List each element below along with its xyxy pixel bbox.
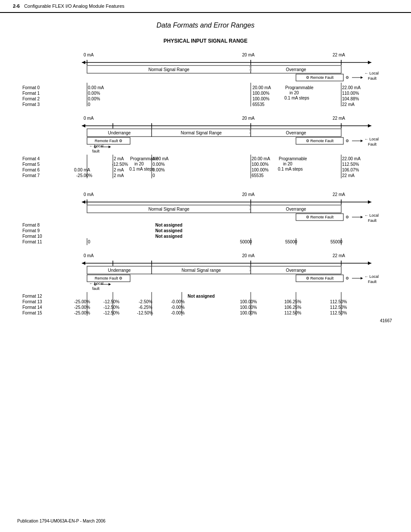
svg-text:100.00%: 100.00% — [240, 299, 257, 304]
svg-text:106.25%: 106.25% — [284, 299, 302, 304]
svg-text:Normal Signal Range: Normal Signal Range — [181, 131, 221, 135]
svg-text:Format 15: Format 15 — [22, 311, 42, 315]
svg-text:Format 1: Format 1 — [22, 91, 40, 96]
svg-text:Normal Signal range: Normal Signal range — [181, 268, 221, 273]
svg-text:Remote Fault ⚙: Remote Fault ⚙ — [95, 276, 123, 280]
svg-text:Format 12: Format 12 — [22, 294, 42, 299]
svg-text:in 20: in 20 — [134, 162, 144, 166]
svg-text:⚙: ⚙ — [346, 215, 349, 219]
svg-text:2 mA: 2 mA — [114, 156, 124, 161]
svg-text:2 mA: 2 mA — [114, 173, 124, 178]
svg-text:-0.00%: -0.00% — [171, 311, 185, 315]
svg-text:22 mA: 22 mA — [342, 102, 355, 107]
svg-text:-25.00%: -25.00% — [74, 305, 90, 310]
svg-text:Format 0: Format 0 — [22, 85, 40, 90]
svg-text:0.00 mA: 0.00 mA — [74, 168, 90, 172]
svg-text:112.50%: 112.50% — [342, 162, 359, 167]
svg-text:← Local: ← Local — [89, 281, 103, 286]
svg-text:0.00%: 0.00% — [153, 168, 165, 172]
svg-text:0.1 mA steps: 0.1 mA steps — [129, 167, 154, 171]
svg-text:0.00%: 0.00% — [88, 91, 100, 96]
svg-text:Format 2: Format 2 — [22, 96, 40, 101]
svg-text:112.50%: 112.50% — [330, 299, 347, 304]
svg-text:Fault: Fault — [368, 280, 377, 284]
diagrams-container: 0 mA 20 mA 22 mA Normal Signal Range Ove… — [18, 50, 393, 330]
svg-text:-25.00%: -25.00% — [74, 299, 90, 304]
svg-text:Format 7: Format 7 — [22, 173, 40, 178]
publication-info: Publication 1794-UM063A-EN-P - March 200… — [17, 519, 106, 523]
svg-text:0: 0 — [88, 240, 90, 244]
svg-text:0 mA: 0 mA — [84, 253, 94, 258]
section-title: PHYSICAL INPUT SIGNAL RANGE — [17, 38, 394, 44]
svg-text:112.50%: 112.50% — [284, 311, 302, 315]
page-footer: Publication 1794-UM063A-EN-P - March 200… — [17, 519, 106, 523]
svg-text:-25.00%: -25.00% — [76, 173, 92, 178]
svg-text:50000: 50000 — [240, 240, 252, 244]
svg-text:Not assigned: Not assigned — [156, 228, 183, 233]
svg-text:Fault: Fault — [368, 76, 377, 81]
svg-text:100.00%: 100.00% — [252, 91, 270, 96]
svg-text:22.00 mA: 22.00 mA — [342, 156, 361, 161]
svg-text:20 mA: 20 mA — [242, 116, 255, 121]
svg-text:⚙ Remote Fault: ⚙ Remote Fault — [306, 139, 334, 143]
svg-text:65535: 65535 — [252, 102, 265, 107]
svg-text:Overrange: Overrange — [286, 67, 306, 72]
svg-text:Format 3: Format 3 — [22, 102, 40, 107]
svg-marker-113 — [368, 200, 371, 204]
svg-text:⚙: ⚙ — [346, 75, 349, 80]
svg-text:in 20: in 20 — [283, 162, 293, 166]
svg-text:0 mA: 0 mA — [84, 53, 94, 57]
svg-text:100.00%: 100.00% — [252, 96, 270, 101]
svg-text:20 mA: 20 mA — [242, 192, 255, 197]
svg-text:55000: 55000 — [330, 240, 342, 244]
diagram-3: 0 mA 20 mA 22 mA Normal Signal Range ⁑ O… — [18, 190, 393, 250]
svg-text:Format 14: Format 14 — [22, 305, 42, 310]
svg-text:Format 4: Format 4 — [22, 156, 40, 161]
svg-text:Not assigned: Not assigned — [156, 234, 183, 239]
svg-text:Underrange: Underrange — [108, 268, 131, 273]
svg-marker-47 — [82, 124, 85, 128]
svg-text:55000: 55000 — [285, 240, 297, 244]
svg-text:22.00 mA: 22.00 mA — [342, 85, 361, 90]
svg-text:100.00%: 100.00% — [252, 168, 269, 172]
svg-marker-148 — [82, 261, 85, 265]
diagram-4: 0 mA 20 mA 22 mA Underrange ⁑ Normal Sig… — [18, 251, 393, 329]
svg-text:20 mA: 20 mA — [242, 53, 255, 57]
svg-text:Overrange: Overrange — [286, 268, 306, 273]
page-header: 2-6 Configurable FLEX I/O Analog Module … — [0, 0, 411, 13]
svg-text:100.00%: 100.00% — [240, 311, 257, 315]
svg-text:20.00 mA: 20.00 mA — [252, 85, 271, 90]
svg-text:112.50%: 112.50% — [330, 305, 347, 310]
svg-marker-5 — [368, 61, 371, 64]
section-number: 2-6 — [13, 3, 20, 9]
svg-text:← Local: ← Local — [89, 144, 103, 148]
doc-title: Data Formats and Error Ranges — [17, 22, 394, 29]
svg-text:Not assigned: Not assigned — [188, 294, 215, 299]
svg-text:110.00%: 110.00% — [342, 91, 359, 96]
svg-text:in 20: in 20 — [290, 90, 299, 95]
svg-text:0.1 mA steps: 0.1 mA steps — [278, 167, 303, 171]
svg-text:112.50%: 112.50% — [330, 311, 347, 315]
svg-text:0.1 mA steps: 0.1 mA steps — [284, 96, 309, 100]
svg-text:0: 0 — [88, 102, 90, 107]
svg-marker-173 — [361, 277, 363, 280]
svg-text:4.00 mA: 4.00 mA — [153, 156, 169, 161]
svg-text:65535: 65535 — [252, 173, 264, 178]
svg-marker-67 — [109, 146, 111, 148]
svg-text:fault: fault — [92, 286, 100, 291]
svg-text:22 mA: 22 mA — [333, 53, 345, 57]
svg-text:← Local: ← Local — [364, 213, 379, 218]
svg-text:100.00%: 100.00% — [240, 305, 257, 310]
svg-text:41667: 41667 — [380, 318, 392, 323]
svg-text:← Local: ← Local — [364, 137, 379, 141]
svg-text:Overrange: Overrange — [286, 207, 306, 212]
svg-text:22 mA: 22 mA — [333, 253, 345, 258]
svg-text:fault: fault — [92, 149, 100, 153]
svg-text:-12.50%: -12.50% — [103, 311, 119, 315]
svg-text:100.00%: 100.00% — [252, 162, 269, 167]
svg-text:0 mA: 0 mA — [84, 192, 94, 197]
svg-text:22 mA: 22 mA — [333, 192, 345, 197]
svg-text:Underrange: Underrange — [108, 131, 131, 135]
svg-text:Not assigned: Not assigned — [156, 223, 183, 227]
svg-marker-72 — [361, 140, 363, 142]
